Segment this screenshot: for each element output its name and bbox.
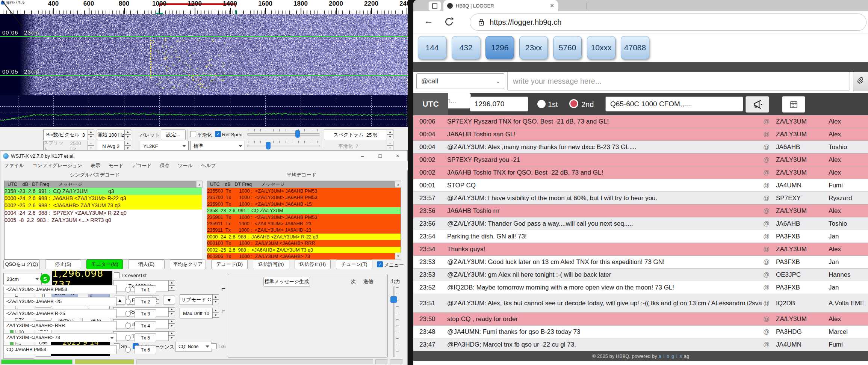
tx-message-field[interactable]: ZA/LY3UM <JA6AHB> RRR — [4, 321, 116, 330]
chat-row[interactable]: 23:48 @JA4UMN: Fumi thanks for qso B-23 … — [413, 326, 868, 338]
avg-decode-list[interactable]: 235500 Tx 1000 : <ZA/LY3UM> JA6AHB PM532… — [207, 188, 401, 259]
chat-callsign[interactable]: JA4UMN — [776, 182, 829, 189]
flatten-checkbox[interactable] — [190, 131, 196, 137]
chat-row[interactable]: 23:57 @ZA/LY3UM: I have visibility of th… — [413, 192, 868, 205]
decode-row[interactable]: 0005 -8 2.2 983 : ZA/LY3UM <...> RR73 q0 — [5, 217, 202, 224]
minimize-button[interactable]: – — [355, 151, 370, 161]
tx-send-button[interactable]: Tx 4 — [135, 321, 156, 330]
cq-frequency-input[interactable]: 1296.070 — [470, 97, 528, 112]
close-button[interactable]: × — [390, 151, 405, 161]
back-icon[interactable]: ← — [424, 15, 433, 26]
decode-row[interactable]: 0000 -24 2.6 988 : JA6AHB <ZA/LY3UM> R-2… — [5, 195, 202, 202]
tx-even-checkbox[interactable] — [114, 272, 120, 278]
tab-overview-icon[interactable] — [428, 1, 441, 11]
chat-row[interactable]: 23:54 Parking the dish. GN all! 73! @ PA… — [413, 230, 868, 243]
action-button[interactable]: チューン(T) — [336, 259, 372, 269]
decode-row[interactable]: 0002 -25 2.6 988 : <JA6AHB> ZA/LY3UM 73 … — [5, 202, 202, 209]
submode-spinbox[interactable]: サブモード C — [180, 294, 213, 305]
chat-callsign[interactable]: JA6AHB — [776, 143, 829, 151]
chat-row[interactable]: 00:02 SP7EXY Ryszard you -21 @ ZA/LY3UM … — [413, 154, 868, 166]
tr-spin-buttons[interactable]: ▲▼ — [168, 331, 175, 340]
bins-spin-buttons[interactable]: ▲▼ — [88, 130, 94, 139]
new-tab-divider[interactable] — [587, 3, 587, 9]
band-button[interactable]: 1296 — [485, 36, 514, 59]
tx-message-field[interactable]: <ZA/LY3UM> JA6AHB R-25 — [4, 309, 116, 318]
tx-send-button[interactable]: Tx 5 — [135, 333, 156, 342]
chat-row[interactable]: 23:47 @PA3HDG: Marcel tnx fb qso ur -22 … — [413, 338, 868, 351]
scroll-up-button[interactable]: ▲ — [196, 181, 203, 188]
chat-row[interactable]: 00:06 SP7EXY Ryszard TNX for QSO. Best -… — [413, 115, 868, 128]
freq-down-button[interactable]: ▼ — [163, 296, 175, 305]
tx-freq-spin-buttons[interactable]: ▲▼ — [168, 280, 175, 291]
action-button[interactable]: 送信許可(n) — [253, 259, 289, 269]
first-period-radio[interactable] — [537, 100, 546, 108]
rx-spin-buttons[interactable]: ▲▼ — [168, 307, 175, 316]
action-button[interactable]: 送信停止(H) — [295, 259, 331, 269]
url-text[interactable]: https://logger.hb9q.ch — [490, 18, 561, 27]
tx-send-button[interactable]: Tx 2 — [135, 297, 156, 306]
menus-checkbox[interactable]: ✓ — [377, 261, 383, 267]
bins-per-pixel-spinbox[interactable]: Bin数/ピクセル 3 — [43, 130, 88, 140]
zero-slider[interactable] — [247, 145, 320, 147]
menu-item[interactable]: ファイル — [4, 162, 24, 169]
menu-item[interactable]: ツール — [178, 162, 193, 169]
scroll-down-button[interactable]: ▼ — [395, 253, 401, 259]
max-drift-spin-buttons[interactable]: ▲▼ — [212, 308, 219, 318]
band-select[interactable]: 23cm — [3, 273, 42, 285]
chat-row[interactable]: 23:51 @ZA/LY3UM: Alex, tks but cannot se… — [413, 294, 868, 313]
menu-item[interactable]: コンフィグレーション — [32, 162, 82, 169]
menu-item[interactable]: ヘルプ — [201, 162, 216, 169]
maximize-button[interactable]: □ — [372, 151, 387, 161]
chat-callsign[interactable]: SP7EXY — [776, 195, 829, 202]
cq-message-input[interactable]: Q65-60C 1000 CFOM,,.... — [605, 97, 743, 112]
chat-row[interactable]: 00:02 JA6AHB Toshio TNX for QSO. Best -2… — [413, 166, 868, 179]
tx-message-field[interactable]: CQ JA6AHB PM53 — [4, 345, 116, 354]
max-drift-spinbox[interactable]: Max Drift 10 — [180, 308, 213, 318]
decode-row[interactable]: 235500 Tx 1000 : <ZA/LY3UM> JA6AHB PM53 — [207, 188, 401, 194]
action-button[interactable]: QSOをログ(Q) — [3, 259, 40, 269]
ref-spec-checkbox[interactable]: ✓ — [215, 131, 221, 137]
band-button[interactable]: 5760 — [553, 36, 582, 59]
chat-row[interactable]: 23:53 @ZA/LY3UM: Good luck later on 13 c… — [413, 256, 868, 268]
chat-row[interactable]: 23:53 @ZA/LY3UM: gm Alex nil here tonigh… — [413, 268, 868, 281]
pwr-slider-handle[interactable] — [390, 296, 397, 303]
flatten-mode-select[interactable]: 標準 — [190, 141, 245, 151]
browser-tab[interactable]: HB9Q | LOGGER ✕ — [443, 0, 558, 11]
action-button[interactable]: デコード(D) — [211, 259, 248, 269]
zero-slider-handle[interactable] — [266, 142, 271, 149]
frequency-scale[interactable]: 4006008001000120014001600180020002200240… — [0, 0, 408, 15]
decode-row[interactable]: 0002 -25 2.6 988 : <JA6AHB> ZA/LY3UM 73 … — [207, 247, 401, 253]
chat-callsign[interactable]: JA6AHB — [776, 220, 829, 228]
tx-message-field[interactable]: <ZA/LY3UM> JA6AHB PM53 — [4, 285, 116, 294]
n-avg-spinbox[interactable]: N Avg 2 — [97, 141, 125, 151]
decode-row[interactable]: 2358 -23 2.6 991 : CQ ZA/LY3UM — [207, 207, 401, 214]
chat-callsign[interactable]: ZA/LY3UM — [776, 315, 829, 323]
band-button[interactable]: 23xx — [519, 36, 548, 59]
palette-select[interactable]: YL2KF — [140, 141, 189, 151]
chat-row[interactable]: 23:54 Thanks guys! @ ZA/LY3UM Alex — [413, 243, 868, 256]
decode-row[interactable]: 235901 Tx 1000 : <ZA/LY3UM> JA6AHB PM53 — [207, 214, 401, 220]
chat-callsign[interactable]: ZA/LY3UM — [776, 246, 829, 253]
decode-row[interactable]: 235911 Tx 1000 : <ZA/LY3UM> JA6AHB -23 — [207, 227, 401, 233]
start-freq-spinbox[interactable]: 開始 100 Hz — [97, 130, 125, 140]
decode-row[interactable]: 000306 Tx 1000 : ZA/LY3UM <JA6AHB> 73 — [207, 253, 401, 259]
menu-item[interactable]: 保存 — [160, 162, 170, 169]
chat-callsign[interactable]: JA4UMN — [776, 341, 829, 348]
url-bar[interactable]: https://logger.hb9q.ch — [470, 14, 866, 31]
spectrum-percent-spinbox[interactable]: スペクトラム 25 % — [324, 130, 387, 140]
decode-row[interactable]: 235911 Tx 1000 : <ZA/LY3UM> JA6AHB -23 — [207, 220, 401, 227]
band-button[interactable]: 432 — [452, 36, 480, 59]
chat-row[interactable]: 23:56 JA6AHB Toshio rrr @ ZA/LY3UM Alex — [413, 205, 868, 217]
band-button[interactable]: 10xxx — [587, 36, 615, 59]
chat-row[interactable]: 00:04 @ZA/LY3UM: Alex ,many many thanks … — [413, 141, 868, 154]
chat-callsign[interactable]: PA3FXB — [776, 284, 829, 291]
decode-row[interactable]: 2358 -23 2.6 991 : CQ ZA/LY3UM q3 — [5, 188, 202, 195]
gain-slider[interactable] — [247, 133, 320, 136]
wsjtx-titlebar[interactable]: WSJT-X v2.7.0 by K1JT et al. — [0, 151, 407, 161]
tx-message-field[interactable]: <ZA/LY3UM> JA6AHB -25 — [4, 297, 116, 306]
tx-send-button[interactable]: Tx 3 — [135, 309, 156, 318]
tx-next-radio[interactable] — [125, 347, 131, 353]
chat-row[interactable]: 00:01 STOP CQ @ JA4UMN Fumi — [413, 179, 868, 192]
chat-callsign[interactable]: PA3FXB — [776, 233, 829, 240]
generate-std-msgs-button[interactable]: 標準メッセージ生成 — [263, 277, 310, 287]
